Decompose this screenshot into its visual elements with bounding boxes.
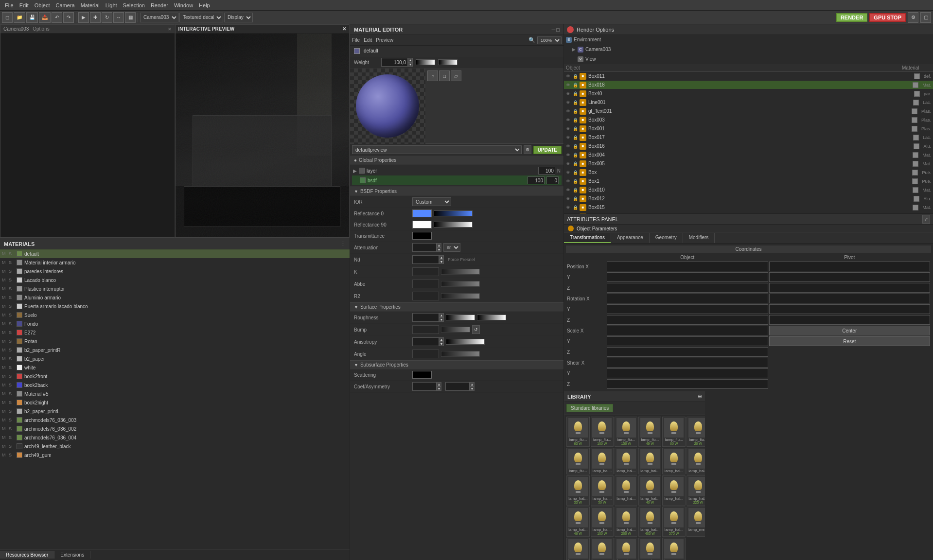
material-item[interactable]: M S Puerta armario lacado blanco bbox=[0, 302, 350, 311]
tab-resources-browser[interactable]: Resources Browser bbox=[0, 551, 54, 559]
rotate-btn[interactable]: ↻ bbox=[102, 12, 112, 23]
scene-object-item[interactable]: 👁 🔒 ■ Box012 Alu. bbox=[564, 194, 933, 203]
lamp-item[interactable]: lamp_hal... bbox=[615, 448, 637, 474]
tab-extensions[interactable]: Extensions bbox=[54, 551, 90, 559]
nd-up[interactable]: ▲ bbox=[439, 255, 444, 260]
material-item[interactable]: M S default bbox=[0, 249, 350, 258]
pos-z-obj-input[interactable]: -1,156 bbox=[607, 283, 768, 293]
scene-object-item[interactable]: 👁 🔒 ■ gl_Text001 Plas. bbox=[564, 107, 933, 116]
shear-x-obj-input[interactable]: 0,000 bbox=[607, 358, 768, 368]
menu-help[interactable]: Help bbox=[196, 2, 213, 8]
menu-object[interactable]: Object bbox=[32, 2, 53, 8]
global-props-header[interactable]: ● Global Properties bbox=[350, 156, 563, 165]
weight-up[interactable]: ▲ bbox=[408, 58, 413, 62]
weight-down[interactable]: ▼ bbox=[408, 62, 413, 67]
menu-material[interactable]: Material bbox=[78, 2, 103, 8]
mat-editor-maximize[interactable]: □ bbox=[556, 27, 560, 33]
camera-dropdown[interactable]: Camera003 bbox=[140, 13, 178, 22]
material-item[interactable]: M S arch49_gum bbox=[0, 451, 350, 459]
scene-object-item[interactable]: 👁 🔒 ■ Box018 Mat. bbox=[564, 81, 933, 89]
mat-menu-preview[interactable]: Preview bbox=[376, 37, 393, 43]
lamp-item[interactable]: lamp_inc... bbox=[638, 538, 661, 560]
lamp-item[interactable]: lamp_me... bbox=[662, 538, 686, 560]
bump-input[interactable] bbox=[412, 325, 439, 334]
coef2-input[interactable]: 0.000 bbox=[445, 382, 470, 391]
menu-camera[interactable]: Camera bbox=[53, 2, 78, 8]
menu-selection[interactable]: Selection bbox=[120, 2, 148, 8]
material-item[interactable]: M S E272 bbox=[0, 328, 350, 337]
stop-button[interactable]: GPU STOP bbox=[869, 13, 906, 22]
abbe-input[interactable] bbox=[412, 280, 439, 288]
lamp-item[interactable]: lamp_hal... 40 W bbox=[638, 475, 661, 506]
preview-plane-btn[interactable]: ▱ bbox=[451, 70, 461, 81]
material-item[interactable]: M S Suelo bbox=[0, 311, 350, 319]
nd-down[interactable]: ▼ bbox=[439, 260, 444, 264]
preview-close[interactable]: ✕ bbox=[342, 26, 346, 32]
angle-input[interactable] bbox=[412, 350, 439, 358]
lamp-item[interactable]: lamp_flu... 100 W bbox=[591, 417, 614, 447]
k-input[interactable] bbox=[412, 267, 439, 276]
menu-file[interactable]: File bbox=[2, 2, 17, 8]
new-btn[interactable]: ◻ bbox=[2, 12, 13, 23]
scale-z-obj-input[interactable]: 1,000 bbox=[607, 347, 768, 357]
material-item[interactable]: M S archmodels76_036_004 bbox=[0, 433, 350, 442]
mat-menu-file[interactable]: File bbox=[352, 37, 360, 43]
scene-object-item[interactable]: 👁 🔒 ■ Box005 Mat. bbox=[564, 159, 933, 168]
viewport-3d-options[interactable]: Options bbox=[33, 26, 49, 32]
lamp-item[interactable]: lamp_hal... bbox=[615, 475, 637, 506]
rot-z-pivot-input[interactable]: 180,000 bbox=[769, 315, 931, 325]
lamp-item[interactable]: lamp_hal... 46 W bbox=[566, 507, 590, 537]
material-item[interactable]: M S white bbox=[0, 363, 350, 372]
scene-object-item[interactable]: 👁 🔒 ■ Box004 Mat. bbox=[564, 151, 933, 159]
cam-expand[interactable]: ▶ bbox=[572, 47, 576, 52]
preview-name-select[interactable]: defaultpreview bbox=[352, 145, 522, 154]
lamp-item[interactable]: lamp_flu... 63 W bbox=[566, 417, 590, 447]
pos-z-pivot-input[interactable]: -1,156 bbox=[769, 283, 931, 293]
attenuation-down[interactable]: ▼ bbox=[437, 247, 441, 252]
lamp-item[interactable]: lamp_hal... bbox=[687, 448, 705, 474]
display2-dropdown[interactable]: Display bbox=[224, 13, 253, 22]
lamp-item[interactable]: lamp_hal... bbox=[591, 448, 614, 474]
lib-menu-btn[interactable]: ⊕ bbox=[698, 393, 702, 400]
std-lib-btn[interactable]: Standard libraries bbox=[566, 404, 613, 412]
lamp-item[interactable]: lamp_hal... 33 W bbox=[566, 475, 590, 506]
material-item[interactable]: M S b2_paper_printL bbox=[0, 407, 350, 416]
material-item[interactable]: M S Material interior armario bbox=[0, 258, 350, 267]
rot-y-obj-input[interactable]: 0,000 bbox=[607, 304, 768, 314]
menu-window[interactable]: Window bbox=[171, 2, 196, 8]
anisotropy-down[interactable]: ▼ bbox=[439, 342, 444, 346]
redo-btn[interactable]: ↷ bbox=[63, 12, 74, 23]
reflectance90-color[interactable] bbox=[412, 221, 432, 228]
lamp-item[interactable]: lamp_hal... 100 W bbox=[591, 507, 614, 537]
undo-btn[interactable]: ↶ bbox=[52, 12, 62, 23]
lamp-item[interactable]: lamp_hal... bbox=[662, 475, 686, 506]
attr-expand-btn[interactable]: ⤢ bbox=[922, 215, 930, 224]
scene-object-item[interactable]: 👁 🔒 ■ Box001 Plas. bbox=[564, 124, 933, 133]
tab-appearance[interactable]: Appearance bbox=[611, 233, 650, 243]
anisotropy-up[interactable]: ▲ bbox=[439, 337, 444, 342]
coef2-down[interactable]: ▼ bbox=[470, 386, 475, 391]
move-btn[interactable]: ✚ bbox=[90, 12, 101, 23]
render-options-btn[interactable]: ⚙ bbox=[908, 12, 918, 23]
material-item[interactable]: M S Rotan bbox=[0, 337, 350, 346]
lamp-item[interactable]: lamp_hal... 575 W bbox=[662, 507, 686, 537]
lamp-item[interactable]: lamp_hal... 50 W bbox=[591, 475, 614, 506]
bsdf-section-header[interactable]: BSDF Properties bbox=[350, 187, 563, 196]
tab-modifiers[interactable]: Modifiers bbox=[683, 233, 715, 243]
scene-object-item[interactable]: 👁 🔒 ■ Box016 Alu. bbox=[564, 142, 933, 151]
material-item[interactable]: M S archmodels76_036_002 bbox=[0, 424, 350, 433]
save-as-btn[interactable]: 📥 bbox=[39, 12, 51, 23]
pos-x-obj-input[interactable]: -3,664 bbox=[607, 262, 768, 271]
coef2-up[interactable]: ▲ bbox=[470, 382, 475, 386]
display-dropdown[interactable]: Textured decal bbox=[179, 13, 223, 22]
preview-sphere-btn[interactable]: ○ bbox=[427, 70, 438, 81]
center-button[interactable]: Center bbox=[769, 326, 931, 335]
material-item[interactable]: M S book2back bbox=[0, 381, 350, 389]
transmittance-color[interactable] bbox=[412, 232, 432, 240]
weight-input[interactable] bbox=[381, 58, 408, 67]
r2-input[interactable] bbox=[412, 292, 439, 300]
lamp-item[interactable]: lamp_flu... 150 W bbox=[615, 417, 637, 447]
lamp-item[interactable]: lamp_flu... 60 W bbox=[662, 417, 686, 447]
scene-object-item[interactable]: 👁 🔒 ■ Box40 par. bbox=[564, 89, 933, 98]
material-item[interactable]: M S Material #5 bbox=[0, 389, 350, 398]
